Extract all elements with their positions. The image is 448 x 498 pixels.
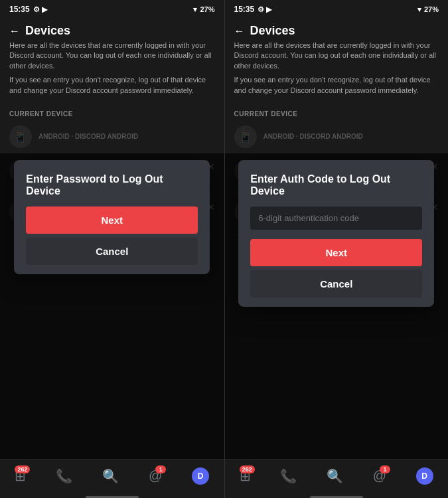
modal-overlay-1: Enter Password to Log Out Device Next Ca… <box>0 153 224 459</box>
section-label-1: CURRENT DEVICE <box>0 106 224 120</box>
cancel-button-1[interactable]: Cancel <box>26 238 198 265</box>
wifi-icon-1: ▾ <box>193 5 197 14</box>
page-desc-2b: If you see an entry you don't recognize,… <box>234 75 439 96</box>
devices-area-2: Enter Auth Code to Log Out Device Next C… <box>225 153 449 459</box>
bottom-nav-2: ⊞ 262 📞 🔍 @ 1 D <box>225 459 449 495</box>
avatar-2: D <box>416 467 433 485</box>
nav-badge-1: 262 <box>15 465 30 473</box>
status-bar-1: 15:35 ⚙ ▶ ▾ 27% <box>0 0 224 19</box>
call-icon-2: 📞 <box>280 468 297 484</box>
page-header-2: ← Devices Here are all the devices that … <box>225 19 449 106</box>
nav-avatar-2[interactable]: D <box>416 467 433 485</box>
battery-1: 27% <box>200 5 214 13</box>
back-arrow-1[interactable]: ← <box>9 25 20 37</box>
current-device-row-1: 📱 ANDROID · DISCORD ANDROID <box>0 120 224 153</box>
current-device-name-1: ANDROID · DISCORD ANDROID <box>38 133 138 140</box>
search-icon-1: 🔍 <box>102 468 119 484</box>
nav-call-2[interactable]: 📞 <box>280 468 297 484</box>
panel-2: 15:35 ⚙ ▶ ▾ 27% ← Devices Here are all t… <box>224 0 449 498</box>
page-title-2: Devices <box>250 24 295 38</box>
page-title-1: Devices <box>25 24 70 38</box>
back-arrow-2[interactable]: ← <box>234 25 245 37</box>
nav-badge-4: 1 <box>380 465 390 473</box>
nav-search-2[interactable]: 🔍 <box>327 468 343 484</box>
page-desc-1b: If you see an entry you don't recognize,… <box>9 75 215 96</box>
wifi-icon-2: ▾ <box>417 5 421 14</box>
nav-mention-1[interactable]: @ 1 <box>149 468 162 483</box>
nav-badge-2: 1 <box>155 465 166 473</box>
modal-overlay-2: Enter Auth Code to Log Out Device Next C… <box>225 153 449 459</box>
status-time-2: 15:35 <box>234 5 255 14</box>
cancel-button-2[interactable]: Cancel <box>250 270 422 297</box>
battery-2: 27% <box>424 5 439 13</box>
auth-code-input[interactable] <box>250 207 422 230</box>
page-desc-2a: Here are all the devices that are curren… <box>234 41 439 71</box>
modal-title-1: Enter Password to Log Out Device <box>26 173 198 197</box>
page-header-1: ← Devices Here are all the devices that … <box>0 19 224 106</box>
avatar-1: D <box>192 467 209 485</box>
search-icon-2: 🔍 <box>327 468 343 484</box>
nav-avatar-1[interactable]: D <box>192 467 209 485</box>
nav-mention-2[interactable]: @ 1 <box>373 468 386 483</box>
modal-box-1: Enter Password to Log Out Device Next Ca… <box>14 160 210 274</box>
current-device-icon-2: 📱 <box>234 125 257 148</box>
status-icons-1: ⚙ ▶ <box>33 5 47 14</box>
status-time-1: 15:35 <box>9 5 30 14</box>
next-button-2[interactable]: Next <box>250 239 422 266</box>
section-label-2: CURRENT DEVICE <box>225 106 449 120</box>
nav-call-1[interactable]: 📞 <box>56 468 72 484</box>
page-desc-1a: Here are all the devices that are curren… <box>9 41 215 71</box>
devices-area-1: Enter Password to Log Out Device Next Ca… <box>0 153 224 459</box>
status-icons-2: ⚙ ▶ <box>258 5 271 14</box>
modal-box-2: Enter Auth Code to Log Out Device Next C… <box>238 160 434 307</box>
current-device-name-2: ANDROID · DISCORD ANDROID <box>263 133 363 140</box>
nav-search-1[interactable]: 🔍 <box>102 468 119 484</box>
nav-home-1[interactable]: ⊞ 262 <box>15 468 26 484</box>
panel-1: 15:35 ⚙ ▶ ▾ 27% ← Devices Here are all t… <box>0 0 224 498</box>
bottom-nav-1: ⊞ 262 📞 🔍 @ 1 D <box>0 459 224 495</box>
status-bar-2: 15:35 ⚙ ▶ ▾ 27% <box>225 0 449 19</box>
nav-home-2[interactable]: ⊞ 262 <box>240 468 251 484</box>
nav-badge-3: 262 <box>240 465 255 473</box>
current-device-row-2: 📱 ANDROID · DISCORD ANDROID <box>225 120 449 153</box>
call-icon-1: 📞 <box>56 468 72 484</box>
current-device-icon-1: 📱 <box>9 125 32 148</box>
modal-title-2: Enter Auth Code to Log Out Device <box>250 173 422 197</box>
next-button-1[interactable]: Next <box>26 207 198 234</box>
